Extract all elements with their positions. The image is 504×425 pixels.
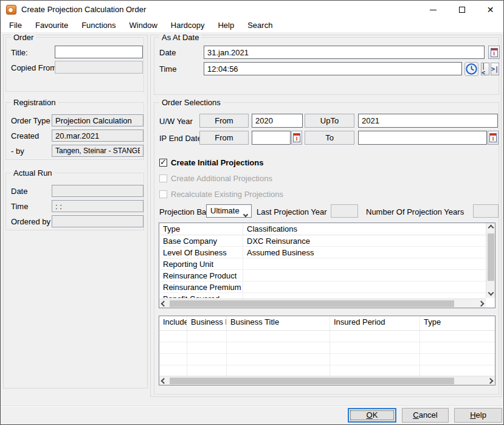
classifications-table-body: Type Classifications Base Company DXC Re… <box>159 223 486 298</box>
business-table: Include Business ID Business Title Insur… <box>159 316 495 385</box>
horizontal-scroll-thumb[interactable] <box>170 378 454 384</box>
ip-from-calendar-button[interactable] <box>291 131 302 145</box>
order-title-input[interactable] <box>55 46 143 58</box>
column-header-business-title[interactable]: Business Title <box>227 316 330 330</box>
ip-to-input[interactable] <box>358 131 487 145</box>
help-button[interactable]: Help <box>454 408 502 423</box>
uw-year-from-input[interactable] <box>252 114 303 128</box>
ip-from-box: From <box>199 131 249 145</box>
calendar-icon <box>489 133 497 142</box>
created-by-label: - by <box>11 147 24 156</box>
horizontal-scroll-thumb[interactable] <box>170 300 454 307</box>
time-label: Time <box>159 64 176 74</box>
chevron-left-icon[interactable] <box>159 376 168 385</box>
minimize-button[interactable] <box>419 1 447 19</box>
step-last-icon: >| <box>491 66 499 72</box>
chevron-down-icon[interactable] <box>486 289 495 298</box>
cell-classification: DXC Reinsurance <box>243 235 486 246</box>
horizontal-scrollbar[interactable] <box>159 299 486 308</box>
empty-cell <box>159 342 187 353</box>
order-group: Order Title: Copied From <box>5 37 144 92</box>
column-header-type[interactable]: Type <box>159 223 243 235</box>
calendar-icon <box>293 133 300 142</box>
cell-type: Reporting Unit <box>159 258 243 269</box>
chevron-right-icon[interactable] <box>477 299 486 308</box>
date-input[interactable] <box>204 46 485 59</box>
horizontal-scrollbar[interactable] <box>159 376 495 385</box>
chevron-right-icon[interactable] <box>486 376 495 385</box>
cell-classification <box>243 293 486 298</box>
classifications-table: Type Classifications Base Company DXC Re… <box>159 223 495 308</box>
close-button[interactable]: ✕ <box>476 1 504 19</box>
table-row[interactable] <box>159 354 495 365</box>
uw-year-to-input[interactable] <box>358 114 498 128</box>
time-last-button[interactable]: >| <box>491 63 499 75</box>
run-date-input <box>52 185 143 197</box>
checkbox-recalculate-existing: Recalculate Existing Projections <box>159 190 283 199</box>
date-label: Date <box>159 48 176 57</box>
time-clock-button[interactable] <box>464 62 478 76</box>
vertical-scrollbar[interactable] <box>486 223 495 298</box>
column-header-business-id[interactable]: Business ID <box>187 316 227 330</box>
order-selections-group: Order Selections U/W Year From UpTo IP E… <box>154 102 499 395</box>
menu-favourite[interactable]: Favourite <box>29 19 75 32</box>
copied-from-input <box>55 61 143 74</box>
menu-functions[interactable]: Functions <box>75 19 122 32</box>
cell-type: Benefit Covered <box>159 293 243 298</box>
num-projection-years-input <box>473 204 499 218</box>
ip-to-calendar-button[interactable] <box>488 131 499 145</box>
chevron-up-icon[interactable] <box>486 223 495 232</box>
cell-type: Base Company <box>159 235 243 246</box>
order-type-label: Order Type <box>11 116 50 125</box>
ok-button[interactable]: OK <box>348 408 396 423</box>
cell-classification <box>243 270 486 281</box>
table-row[interactable]: Base Company DXC Reinsurance <box>159 235 486 247</box>
table-row[interactable] <box>159 331 495 342</box>
projection-basis-select[interactable]: Ultimate <box>206 204 252 218</box>
menu-search[interactable]: Search <box>241 19 279 32</box>
column-header-type[interactable]: Type <box>420 316 495 330</box>
ip-from-input[interactable] <box>252 131 291 145</box>
actual-run-group: Actual Run Date Time Ordered by <box>5 173 144 230</box>
menu-file[interactable]: File <box>2 19 29 32</box>
table-row[interactable] <box>159 365 495 376</box>
cancel-button[interactable]: Cancel <box>402 408 449 423</box>
cell-classification: Assumed Business <box>243 247 486 258</box>
empty-cell <box>227 342 330 353</box>
cell-type: Reinsurance Product <box>159 270 243 281</box>
table-row[interactable]: Benefit Covered <box>159 293 486 298</box>
table-row[interactable]: Reinsurance Premium Met... <box>159 282 486 293</box>
projection-basis-value: Ultimate <box>210 206 240 215</box>
checkbox-unchecked-icon <box>159 190 167 198</box>
checkbox-create-initial-label: Create Initial Projections <box>171 158 263 167</box>
date-calendar-button[interactable] <box>488 46 500 59</box>
ordered-by-label: Ordered by <box>11 217 50 226</box>
menu-hardcopy[interactable]: Hardcopy <box>164 19 212 32</box>
column-header-insured-period[interactable]: Insured Period <box>330 316 420 330</box>
empty-cell <box>420 365 495 376</box>
uw-year-from-box: From <box>199 114 249 128</box>
table-row[interactable] <box>159 342 495 354</box>
maximize-icon <box>459 7 465 13</box>
column-header-include[interactable]: Include <box>159 316 187 330</box>
menu-window[interactable]: Window <box>123 19 164 32</box>
time-first-button[interactable]: |< <box>481 63 489 75</box>
maximize-button[interactable] <box>447 1 476 19</box>
column-header-classifications[interactable]: Classifications <box>243 223 486 235</box>
table-row[interactable]: Level Of Business Assumed Business <box>159 247 486 258</box>
checkbox-create-additional-label: Create Additional Projections <box>171 174 272 183</box>
chevron-left-icon[interactable] <box>159 299 168 308</box>
vertical-scroll-thumb[interactable] <box>488 233 494 281</box>
table-row[interactable]: Reinsurance Product <box>159 270 486 282</box>
actual-run-group-label: Actual Run <box>11 168 55 178</box>
empty-cell <box>227 331 330 342</box>
app-icon <box>6 5 16 15</box>
empty-cell <box>159 331 187 342</box>
menu-help[interactable]: Help <box>211 19 241 32</box>
table-row[interactable]: Reporting Unit <box>159 258 486 270</box>
time-input[interactable] <box>204 62 462 75</box>
ip-end-date-label: IP End Date <box>159 134 202 143</box>
checkbox-create-initial[interactable]: ✓ Create Initial Projections <box>159 158 263 167</box>
chevron-down-icon <box>244 209 247 218</box>
title-bar: Create Projection Calculation Order ✕ <box>1 1 503 19</box>
